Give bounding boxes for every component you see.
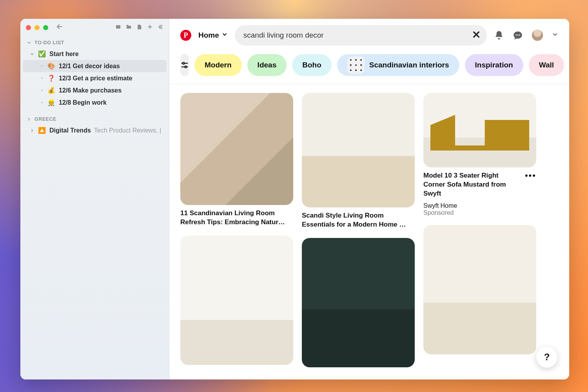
- app-window: TO-DO LIST ✅ Start here • 🎨 12/1 Get dec…: [20, 19, 569, 379]
- pin-brand: Swyft Home: [423, 202, 536, 209]
- window-titlebar: [20, 19, 169, 36]
- account-menu-chevron-icon[interactable]: [552, 31, 558, 39]
- chip-label: Ideas: [258, 61, 277, 69]
- search-input[interactable]: [243, 31, 468, 40]
- chip-label: Modern: [205, 61, 232, 69]
- chevron-right-icon: [27, 117, 31, 122]
- pinterest-topbar: P Home: [169, 19, 569, 50]
- bullet-icon: •: [40, 88, 44, 93]
- chip-inspiration[interactable]: Inspiration: [465, 54, 523, 76]
- svg-rect-1: [116, 25, 120, 29]
- svg-point-12: [185, 66, 187, 68]
- zoom-window-button[interactable]: [43, 25, 48, 30]
- filter-button[interactable]: [180, 54, 189, 76]
- pin-card[interactable]: Scandi Style Living Room Essentials for …: [302, 93, 415, 229]
- svg-point-10: [183, 62, 185, 64]
- tree-label: Digital Trends: [49, 127, 91, 134]
- folder-icon[interactable]: [126, 24, 132, 31]
- dt-logo-icon: 🔼: [38, 127, 46, 134]
- collapse-sidebar-icon[interactable]: [158, 24, 163, 31]
- todo-item-purchases[interactable]: • 💰 12/6 Make purchases: [23, 84, 167, 96]
- pin-column: Model 10 3 Seater Right Corner Sofa Must…: [423, 93, 536, 354]
- pin-card-sponsored[interactable]: Model 10 3 Seater Right Corner Sofa Must…: [423, 93, 536, 216]
- help-label: ?: [544, 352, 550, 363]
- chevron-down-icon: [221, 31, 228, 40]
- pin-card[interactable]: [302, 238, 415, 367]
- pin-thumbnail: [423, 93, 536, 167]
- chevron-right-icon: [30, 128, 34, 133]
- chip-label: Inspiration: [475, 61, 513, 69]
- pin-card[interactable]: 11 Scandinavian Living Room Refresh Tips…: [180, 93, 293, 227]
- pin-title: Model 10 3 Seater Right Corner Sofa Must…: [423, 171, 521, 198]
- titlebar-actions: [115, 24, 163, 31]
- chat-icon[interactable]: [513, 30, 523, 40]
- help-button[interactable]: ?: [536, 347, 557, 368]
- home-dropdown[interactable]: Home: [198, 31, 228, 40]
- chevron-down-icon: [27, 40, 31, 45]
- nav-back-button[interactable]: [56, 23, 63, 32]
- pin-card[interactable]: [423, 225, 536, 354]
- svg-point-7: [517, 34, 519, 36]
- moneybag-icon: 💰: [47, 87, 56, 94]
- chip-boho[interactable]: Boho: [292, 54, 332, 76]
- more-options-icon[interactable]: •••: [525, 171, 536, 180]
- pinterest-view: P Home: [169, 19, 569, 379]
- pin-title: Scandi Style Living Room Essentials for …: [302, 211, 415, 229]
- tree-label: 12/3 Get a price estimate: [59, 75, 132, 82]
- palette-icon: 🎨: [47, 62, 56, 70]
- pin-thumbnail: [302, 238, 415, 367]
- worker-icon: 👷: [47, 99, 56, 106]
- chip-ideas[interactable]: Ideas: [247, 54, 287, 76]
- todo-item-decor[interactable]: • 🎨 12/1 Get decor ideas: [23, 60, 167, 72]
- window-controls: [26, 25, 48, 30]
- pinterest-logo-icon[interactable]: P: [180, 30, 191, 41]
- search-bar[interactable]: [235, 25, 487, 45]
- section-todo-header[interactable]: TO-DO LIST: [20, 36, 169, 48]
- bottom-tree: 🔼 Digital Trends Tech Product Reviews, |: [20, 124, 169, 140]
- user-avatar[interactable]: [532, 29, 543, 41]
- chip-scandinavian-interiors[interactable]: Scandinavian interiors: [337, 54, 459, 76]
- section-greece-header[interactable]: GREECE: [20, 113, 169, 124]
- todo-item-estimate[interactable]: • ❓ 12/3 Get a price estimate: [23, 72, 167, 84]
- note-icon[interactable]: [136, 24, 142, 31]
- pin-column: 11 Scandinavian Living Room Refresh Tips…: [180, 93, 293, 365]
- tree-label: 12/8 Begin work: [59, 99, 107, 106]
- chip-modern[interactable]: Modern: [194, 54, 242, 76]
- tree-sublabel: Tech Product Reviews, |: [94, 127, 161, 134]
- pin-thumbnail: [302, 93, 415, 207]
- card-view-icon[interactable]: [115, 24, 121, 31]
- filter-chipbar: Modern Ideas Boho Scandinavian interiors…: [169, 50, 569, 84]
- home-label: Home: [198, 31, 219, 40]
- pin-thumbnail: [423, 225, 536, 354]
- bell-icon[interactable]: [494, 30, 504, 40]
- pin-thumbnail: [180, 93, 293, 205]
- pin-card[interactable]: [180, 236, 293, 365]
- tree-label: 12/1 Get decor ideas: [59, 63, 120, 70]
- pin-title: 11 Scandinavian Living Room Refresh Tips…: [180, 209, 293, 227]
- topbar-actions: [494, 29, 558, 41]
- chip-label: Scandinavian interiors: [369, 61, 449, 69]
- close-window-button[interactable]: [26, 25, 31, 30]
- chip-swatch-icon: [347, 56, 365, 74]
- notes-sidebar: TO-DO LIST ✅ Start here • 🎨 12/1 Get dec…: [20, 19, 169, 379]
- question-icon: ❓: [47, 74, 56, 82]
- bullet-icon: •: [40, 64, 44, 68]
- bullet-icon: •: [40, 76, 44, 80]
- bullet-icon: •: [40, 100, 44, 105]
- tree-digital-trends[interactable]: 🔼 Digital Trends Tech Product Reviews, |: [23, 124, 167, 136]
- svg-point-8: [519, 34, 520, 36]
- section-todo-label: TO-DO LIST: [34, 40, 64, 45]
- pin-thumbnail: [180, 236, 293, 365]
- pin-meta: Swyft Home Sponsored: [423, 202, 536, 216]
- svg-point-6: [515, 34, 517, 36]
- chevron-down-icon: [30, 52, 34, 56]
- tree-start-here[interactable]: ✅ Start here: [23, 48, 167, 60]
- todo-tree: ✅ Start here • 🎨 12/1 Get decor ideas • …: [20, 48, 169, 113]
- minimize-window-button[interactable]: [34, 25, 40, 30]
- chip-wall[interactable]: Wall: [529, 54, 564, 76]
- clear-search-icon[interactable]: [472, 29, 481, 42]
- todo-item-work[interactable]: • 👷 12/8 Begin work: [23, 96, 167, 109]
- add-icon[interactable]: [147, 24, 153, 31]
- chip-label: Boho: [302, 61, 321, 69]
- chip-label: Wall: [539, 61, 554, 69]
